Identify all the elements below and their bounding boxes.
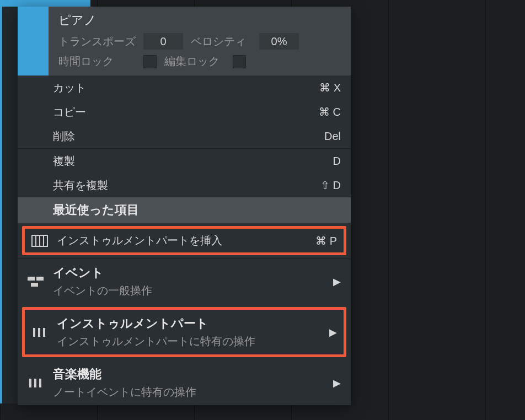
svg-rect-12: [39, 379, 41, 387]
chevron-right-icon: ▶: [329, 326, 337, 338]
menu-item-insert-instrument-part[interactable]: インストゥルメントパートを挿入 ⌘ P: [22, 226, 346, 255]
menu-item-label: カット: [53, 80, 301, 95]
transpose-label: トランスポーズ: [58, 34, 136, 49]
menu-item-copy[interactable]: コピー ⌘ C: [18, 100, 351, 124]
menu-header: ピアノ トランスポーズ 0 ベロシティ 0% 時間ロック 編集ロック: [18, 7, 351, 76]
chevron-right-icon: ▶: [333, 276, 341, 288]
piano-keys-icon: [31, 235, 57, 247]
bars-icon: [31, 326, 57, 338]
velocity-label: ベロシティ: [191, 34, 251, 49]
svg-rect-6: [31, 283, 38, 287]
menu-item-duplicate-shared[interactable]: 共有を複製 ⇧ D: [18, 173, 351, 197]
submenu-instrument-part[interactable]: インストゥルメントパート インストゥルメントパートに特有の操作 ▶: [22, 307, 346, 357]
shortcut-text: ⌘ X: [308, 81, 341, 94]
editlock-checkbox[interactable]: [233, 55, 246, 68]
bars-icon: [28, 377, 53, 389]
submenu-music-functions[interactable]: 音楽機能 ノートイベントに特有の操作 ▶: [18, 360, 351, 405]
blocks-icon: [28, 276, 53, 288]
track-title: ピアノ: [58, 12, 341, 29]
timelock-checkbox[interactable]: [143, 55, 157, 68]
context-menu: ピアノ トランスポーズ 0 ベロシティ 0% 時間ロック 編集ロック カット ⌘…: [18, 7, 351, 405]
svg-rect-8: [38, 328, 40, 337]
svg-rect-11: [34, 379, 36, 387]
editlock-label: 編集ロック: [164, 54, 225, 69]
menu-item-cut[interactable]: カット ⌘ X: [18, 76, 351, 100]
svg-rect-5: [36, 277, 44, 281]
chevron-right-icon: ▶: [333, 377, 341, 389]
svg-rect-10: [29, 379, 31, 387]
menu-item-duplicate[interactable]: 複製 D: [18, 149, 351, 173]
track-color-swatch[interactable]: [18, 7, 49, 76]
svg-rect-4: [28, 277, 35, 281]
velocity-value[interactable]: 0%: [259, 33, 299, 50]
svg-rect-9: [43, 328, 45, 337]
timelock-label: 時間ロック: [58, 54, 136, 69]
track-header-strip[interactable]: [0, 7, 19, 403]
section-recent: 最近使った項目: [18, 197, 351, 223]
transpose-value[interactable]: 0: [143, 33, 183, 50]
submenu-event[interactable]: イベント イベントの一般操作 ▶: [18, 259, 351, 304]
svg-rect-7: [33, 328, 35, 337]
menu-item-delete[interactable]: 削除 Del: [18, 124, 351, 148]
track-clip[interactable]: [0, 0, 90, 7]
